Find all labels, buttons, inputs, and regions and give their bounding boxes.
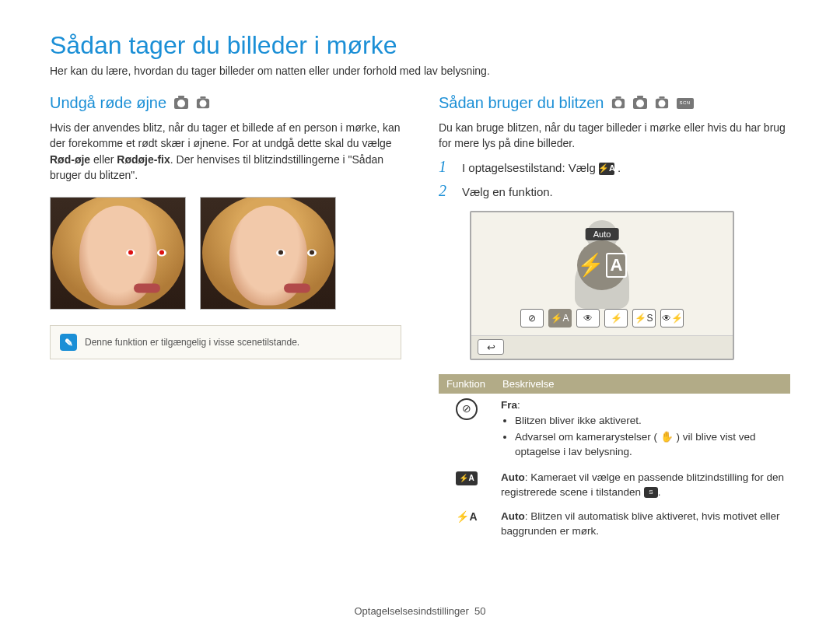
flash-option-slow[interactable]: ⚡S [632,309,656,328]
row-title: Auto [501,510,525,522]
flash-auto-smart-icon: ⚡A [456,471,477,485]
example-photo-pair [50,197,401,310]
flash-auto-icon: ⚡A [599,163,614,175]
step-2: 2 Vælg en funktion. [439,182,790,200]
heading-text: Undgå røde øjne [50,94,166,112]
footer-section: Optagelselsesindstillinger [354,605,468,617]
smart-mode-icon: S [644,487,658,498]
flash-option-off[interactable]: ⊘ [520,309,544,328]
flash-option-on[interactable]: ⚡ [604,309,628,328]
page-title: Sådan tager du billeder i mørke [50,31,790,60]
bold-term: Rød-øje [50,153,90,166]
step-number: 2 [439,182,453,200]
table-header-function: Funktion [439,374,495,394]
example-photo-redeye [50,197,186,310]
flash-off-icon: ⊘ [456,398,478,420]
note-box: ✎ Denne funktion er tilgængelig i visse … [50,325,401,359]
row-desc: : Kameraet vil vælge en passende blitzin… [501,471,784,498]
flash-mode-big-icon: ⚡ A [577,240,627,290]
text: Hvis der anvendes blitz, når du tager et… [50,121,401,149]
row-title: Auto [501,471,525,483]
camera-screen-illustration: Auto ⚡ A ⊘ ⚡A 👁 ⚡ ⚡S 👁⚡ ↩ [470,211,734,360]
camera-mode-icon [174,98,188,109]
redeye-body: Hvis der anvendes blitz, når du tager et… [50,120,401,183]
scene-mode-icon [677,98,694,109]
camera-mode-icon [633,98,647,109]
flash-intro: Du kan bruge blitzen, når du tager bille… [439,120,790,152]
camera-mode-icon [656,98,668,108]
text: Advarsel om kamerarystelser ( ✋ ) vil bl… [515,431,756,457]
table-header-description: Beskrivelse [495,374,790,394]
list-item: Advarsel om kamerarystelser ( ✋ ) vil bl… [515,430,784,460]
note-icon: ✎ [60,334,77,351]
auto-letter: A [606,253,628,278]
flash-mode-label: Auto [586,228,619,240]
bold-term: Rødøje-fix [117,153,170,166]
page-subtitle: Her kan du lære, hvordan du tager billed… [50,65,790,77]
heading-text: Sådan bruger du blitzen [439,94,604,112]
section-heading-flash: Sådan bruger du blitzen [439,94,790,112]
row-title: Fra [501,399,517,411]
function-table: Funktion Beskrivelse ⊘ Fra: Blitzen bliv… [439,374,790,544]
flash-option-redeye-fix[interactable]: 👁⚡ [660,309,684,328]
row-desc: : Blitzen vil automatisk blive aktiveret… [501,510,780,537]
example-photo-fixed [200,197,336,310]
text: eller [90,153,117,166]
table-row: ⚡A Auto: Kameraet vil vælge en passende … [439,466,790,505]
section-heading-redeye: Undgå røde øjne [50,94,401,112]
flash-option-auto[interactable]: ⚡A [548,309,572,328]
step-number: 1 [439,158,453,176]
step-text: Vælg en funktion. [462,185,553,198]
step-text: I optagelsestilstand: Vælg [462,161,599,174]
table-row: ⊘ Fra: Blitzen bliver ikke aktiveret. Ad… [439,394,790,467]
row-desc: . [658,486,661,498]
back-button[interactable]: ↩ [478,339,504,355]
table-row: ⚡A Auto: Blitzen vil automatisk blive ak… [439,505,790,544]
list-item: Blitzen bliver ikke aktiveret. [515,414,784,429]
footer-page-number: 50 [474,605,485,617]
step-1: 1 I optagelsestilstand: Vælg ⚡A . [439,158,790,176]
camera-mode-icon [197,98,209,108]
flash-option-redeye[interactable]: 👁 [576,309,600,328]
camera-mode-icon [612,98,625,108]
page-footer: Optagelselsesindstillinger 50 [0,605,840,617]
flash-option-row: ⊘ ⚡A 👁 ⚡ ⚡S 👁⚡ [520,309,684,328]
flash-auto-icon: ⚡A [456,510,477,523]
note-text: Denne funktion er tilgængelig i visse sc… [85,337,299,348]
step-text: . [618,161,621,174]
bolt-icon: ⚡ [577,252,604,278]
